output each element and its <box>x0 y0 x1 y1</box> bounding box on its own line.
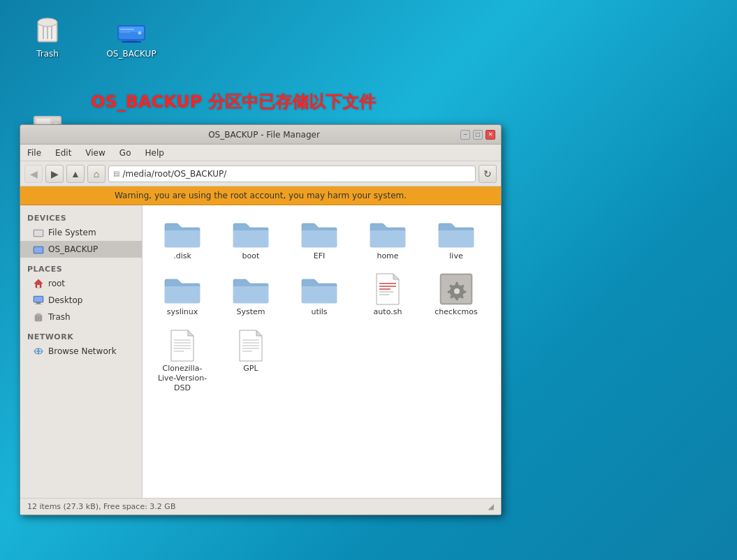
file-item-live[interactable]: live <box>425 214 488 264</box>
file-item-autosh[interactable]: auto.sh <box>356 270 419 320</box>
sidebar-browse-network-label: Browse Network <box>48 346 117 356</box>
titlebar-title: OS_BACKUP - File Manager <box>68 130 460 140</box>
file-name-live: live <box>449 251 462 261</box>
close-button[interactable]: ✕ <box>486 130 495 140</box>
address-bar-icon: ▤ <box>113 170 119 177</box>
file-name-system: System <box>236 307 265 317</box>
file-name-efi: EFI <box>314 251 326 261</box>
address-bar-path: /media/root/OS_BACKUP/ <box>122 169 226 179</box>
network-icon <box>33 346 44 357</box>
file-name-checkcmos: checkcmos <box>435 307 477 317</box>
svg-rect-17 <box>36 119 50 124</box>
os-backup-label: OS_BACKUP <box>106 49 156 59</box>
doc-icon-clonezilla <box>163 329 201 362</box>
sidebar: DEVICES File System OS_BACKUP PLACES <box>20 205 143 498</box>
main-content: DEVICES File System OS_BACKUP PLACES <box>20 205 501 498</box>
folder-icon-boot <box>232 216 270 250</box>
file-item-clonezilla[interactable]: Clonezilla-Live-Version-DSD <box>151 326 214 397</box>
filesystem-icon <box>33 227 44 238</box>
sidebar-section-devices: DEVICES <box>20 211 142 224</box>
sidebar-trash-label: Trash <box>48 312 71 322</box>
script-icon-autosh <box>369 272 407 306</box>
sidebar-item-filesystem[interactable]: File System <box>20 224 142 241</box>
doc-icon-gpl <box>232 329 270 362</box>
svg-rect-13 <box>126 39 137 41</box>
sidebar-item-trash[interactable]: Trash <box>20 309 142 325</box>
trash-label: Trash <box>36 49 59 59</box>
file-manager-window: OS_BACKUP - File Manager − □ ✕ File Edit… <box>20 124 502 515</box>
svg-rect-14 <box>122 41 141 43</box>
svg-point-35 <box>38 351 40 353</box>
svg-point-3 <box>38 18 57 27</box>
drive-icon <box>115 15 148 49</box>
statusbar-text: 12 items (27.3 kB), Free space: 3.2 GB <box>27 502 175 511</box>
file-item-efi[interactable]: EFI <box>288 214 351 264</box>
folder-icon-disk <box>163 216 201 250</box>
maximize-button[interactable]: □ <box>473 130 483 140</box>
menu-edit[interactable]: Edit <box>52 147 74 159</box>
file-name-disk: .disk <box>173 251 191 261</box>
sidebar-root-label: root <box>48 279 65 288</box>
svg-point-43 <box>454 288 460 294</box>
menu-help[interactable]: Help <box>142 147 166 159</box>
svg-rect-10 <box>120 29 134 30</box>
trash-desktop-icon[interactable]: Trash <box>20 15 75 59</box>
file-area: .disk boot <box>143 205 501 498</box>
folder-icon-live <box>437 216 475 250</box>
sidebar-item-osbackup[interactable]: OS_BACKUP <box>20 241 142 258</box>
statusbar-resize: ◢ <box>488 502 494 511</box>
toolbar: ◀ ▶ ▲ ⌂ ▤ /media/root/OS_BACKUP/ ↻ <box>20 161 501 186</box>
minimize-button[interactable]: − <box>460 130 470 140</box>
file-item-home[interactable]: home <box>356 214 419 264</box>
file-item-disk[interactable]: .disk <box>151 214 214 264</box>
forward-button[interactable]: ▶ <box>45 165 64 183</box>
folder-icon-syslinux <box>163 272 201 306</box>
file-name-clonezilla: Clonezilla-Live-Version-DSD <box>154 364 211 394</box>
file-name-boot: boot <box>242 251 260 261</box>
overlay-text: OS_BACKUP 分区中已存储以下文件 <box>91 91 376 113</box>
menu-file[interactable]: File <box>24 147 44 159</box>
os-backup-desktop-icon[interactable]: OS_BACKUP <box>103 15 159 59</box>
sidebar-item-root[interactable]: root <box>20 275 142 292</box>
home-button[interactable]: ⌂ <box>87 165 105 183</box>
menu-go[interactable]: Go <box>117 147 134 159</box>
desktop-icon <box>33 295 44 306</box>
file-name-utils: utils <box>311 307 327 317</box>
file-item-gpl[interactable]: GPL <box>219 326 282 397</box>
svg-rect-30 <box>36 314 41 315</box>
svg-rect-22 <box>34 247 43 253</box>
sidebar-section-network: NETWORK <box>20 330 142 343</box>
file-item-utils[interactable]: utils <box>288 270 351 320</box>
file-name-gpl: GPL <box>243 364 258 374</box>
sidebar-item-desktop[interactable]: Desktop <box>20 292 142 309</box>
svg-rect-26 <box>34 297 43 302</box>
file-name-autosh: auto.sh <box>374 307 402 317</box>
file-name-syslinux: syslinux <box>167 307 198 317</box>
file-item-syslinux[interactable]: syslinux <box>151 270 214 320</box>
address-bar[interactable]: ▤ /media/root/OS_BACKUP/ <box>108 165 476 182</box>
gear-icon-checkcmos <box>437 272 475 306</box>
svg-rect-28 <box>35 304 42 304</box>
folder-icon-efi <box>300 216 338 250</box>
folder-icon-utils <box>300 272 338 306</box>
warning-bar: Warning, you are using the root account,… <box>20 186 501 205</box>
svg-rect-27 <box>36 302 41 304</box>
file-item-checkcmos[interactable]: checkcmos <box>425 270 488 320</box>
file-item-boot[interactable]: boot <box>219 214 282 264</box>
sidebar-desktop-label: Desktop <box>48 295 83 305</box>
refresh-button[interactable]: ↻ <box>479 165 497 183</box>
svg-rect-24 <box>37 285 40 288</box>
sidebar-item-browse-network[interactable]: Browse Network <box>20 343 142 360</box>
sidebar-trash-icon <box>33 311 44 323</box>
file-item-system[interactable]: System <box>219 270 282 320</box>
trash-icon <box>31 15 64 49</box>
sidebar-section-places: PLACES <box>20 262 142 275</box>
osbackup-icon <box>33 244 44 255</box>
back-button[interactable]: ◀ <box>24 165 43 183</box>
sidebar-filesystem-label: File System <box>48 228 96 237</box>
folder-icon-system <box>232 272 270 306</box>
titlebar: OS_BACKUP - File Manager − □ ✕ <box>20 125 501 145</box>
menu-view[interactable]: View <box>82 147 108 159</box>
folder-icon-home <box>369 216 407 250</box>
up-button[interactable]: ▲ <box>66 165 85 183</box>
